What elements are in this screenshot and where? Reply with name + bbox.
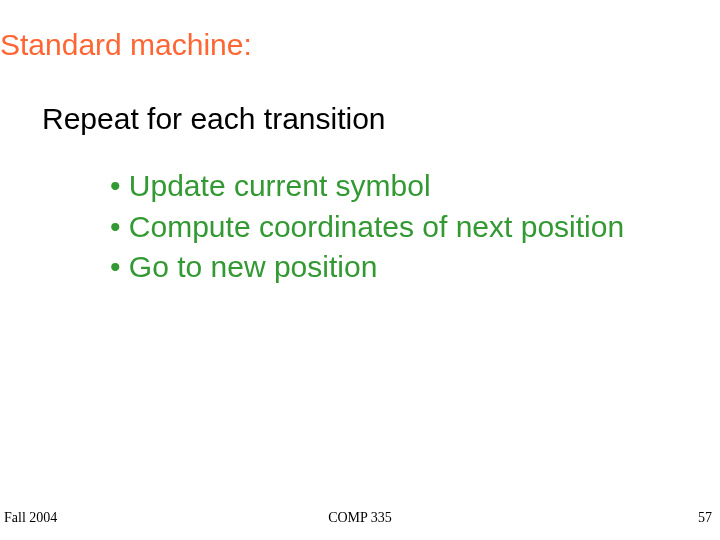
slide-title: Standard machine: [0, 28, 252, 62]
bullet-item: • Update current symbol [110, 166, 624, 207]
footer-term: Fall 2004 [4, 510, 57, 526]
bullet-item: • Go to new position [110, 247, 624, 288]
slide: Standard machine: Repeat for each transi… [0, 0, 720, 540]
bullet-item: • Compute coordinates of next position [110, 207, 624, 248]
footer-page-number: 57 [698, 510, 712, 526]
bullet-list: • Update current symbol • Compute coordi… [110, 166, 624, 288]
footer-course: COMP 335 [328, 510, 392, 526]
slide-subtitle: Repeat for each transition [42, 102, 386, 136]
